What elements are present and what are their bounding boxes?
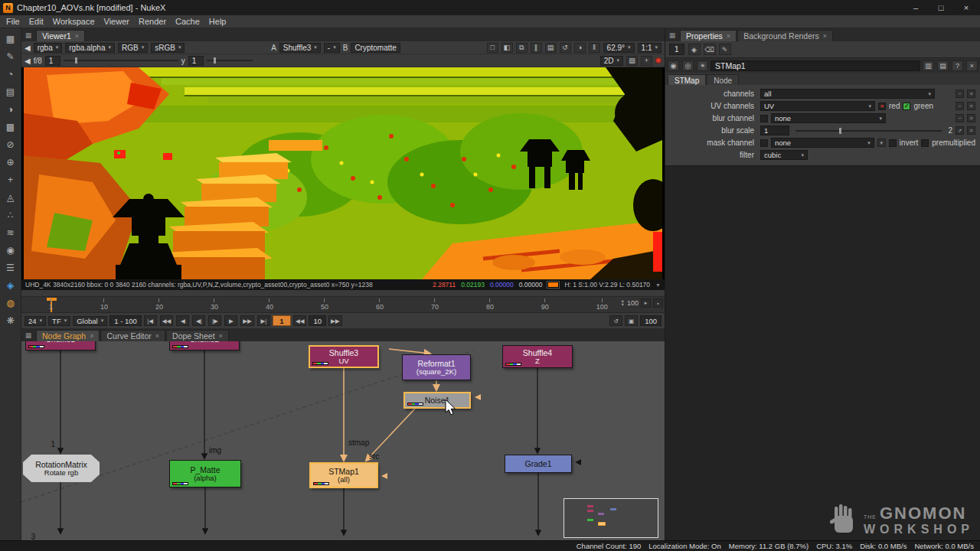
range-lock-button[interactable]: ▣ <box>625 315 638 326</box>
image-node-icon[interactable]: ▦ <box>2 31 19 47</box>
other-node-icon[interactable]: ❋ <box>2 312 19 328</box>
gamma-value[interactable]: 1 <box>188 56 204 66</box>
uv-green-checkbox[interactable]: ✓ <box>903 103 910 110</box>
tab-background-renders[interactable]: Background Renders × <box>737 30 833 41</box>
node-rotationmatrix[interactable]: RotationMatrix Rotate rgb <box>23 455 100 482</box>
wipe-mode-select[interactable]: -▾ <box>324 43 340 53</box>
toolsets-icon[interactable]: ◈ <box>2 277 19 293</box>
frame-range-field[interactable]: 1 - 100 <box>109 315 142 326</box>
row-option-icon[interactable]: − <box>956 102 964 110</box>
postage-stamp-icon[interactable]: ☀ <box>697 60 708 71</box>
menu-item[interactable]: Workspace <box>48 16 100 27</box>
center-node-icon[interactable]: ▥ <box>923 60 934 71</box>
row-menu-icon[interactable]: ≡ <box>967 90 975 98</box>
panel-count-field[interactable]: 1 <box>669 44 684 55</box>
pin-panel-icon[interactable]: ◈ <box>688 44 701 55</box>
pane-menu-icon[interactable]: ▦ <box>23 30 34 40</box>
menu-item[interactable]: Render <box>134 16 171 27</box>
mask-from-icon[interactable]: ▾ <box>877 139 886 147</box>
tab-node-graph[interactable]: Node Graph × <box>36 330 100 341</box>
particles-node-icon[interactable]: ∴ <box>2 207 19 223</box>
node-shuffle2[interactable]: Shuffle2 <box>169 341 240 350</box>
roi-indicator-icon[interactable] <box>655 57 662 64</box>
gamma-slider[interactable] <box>207 60 253 61</box>
node-reformat1[interactable]: Reformat1 (square_2K) <box>402 354 471 380</box>
close-icon[interactable]: × <box>823 33 827 40</box>
deep-node-icon[interactable]: ≋ <box>2 224 19 240</box>
minimize-button[interactable]: – <box>905 1 926 15</box>
menu-item[interactable]: File <box>2 16 24 27</box>
node-pmatte[interactable]: P_Matte (alpha) <box>169 460 241 487</box>
split-view-icon[interactable]: ◧ <box>501 43 513 53</box>
row-menu-icon[interactable]: ≡ <box>967 102 975 110</box>
goto-start-button[interactable]: |◀ <box>144 315 157 326</box>
channel-node-icon[interactable]: ▤ <box>2 83 19 99</box>
sample-crosshair-icon[interactable]: + <box>641 56 652 66</box>
play-backward-button[interactable]: ◀ <box>176 315 189 326</box>
channels-select[interactable]: all▾ <box>760 89 935 99</box>
loop-mode-button[interactable]: ↺ <box>609 315 622 326</box>
3d-node-icon[interactable]: ◬ <box>2 189 19 205</box>
frame-increment-field[interactable]: 10 <box>309 315 326 326</box>
decrement-button[interactable]: ◀◀ <box>293 315 307 326</box>
range-end-field[interactable]: 100 <box>640 315 662 326</box>
sync-icon[interactable]: ◍ <box>2 295 19 311</box>
pause-render-icon[interactable]: ◑ <box>574 43 586 53</box>
blur-scale-slider[interactable] <box>795 130 942 132</box>
close-panel-icon[interactable]: × <box>966 60 978 71</box>
close-icon[interactable]: × <box>75 33 79 40</box>
edit-panels-icon[interactable]: ✎ <box>719 44 731 55</box>
invert-checkbox[interactable] <box>889 139 897 147</box>
mask-channel-checkbox[interactable] <box>760 139 768 147</box>
node-shuffle4[interactable]: Shuffle4 Z <box>502 345 573 368</box>
node-color-icon[interactable]: ◉ <box>668 60 679 71</box>
zoom-select[interactable]: 1:1▾ <box>638 43 662 53</box>
row-option-icon[interactable]: − <box>956 90 964 98</box>
range-end-value[interactable]: 100 <box>627 299 639 307</box>
menu-item[interactable]: Edit <box>24 16 48 27</box>
view-angle-select[interactable]: 62.9°▾ <box>603 43 635 53</box>
channel-mask-icon[interactable]: ◎ <box>682 60 694 71</box>
float-panel-icon[interactable]: ▤ <box>937 60 949 71</box>
filter-node-icon[interactable]: ▩ <box>2 119 19 135</box>
tab-properties[interactable]: Properties × <box>680 30 737 41</box>
flipbook-play-icon[interactable]: ▸ <box>641 298 651 308</box>
pane-menu-icon[interactable]: ▦ <box>667 30 678 40</box>
mask-channel-select[interactable]: none▾ <box>771 138 874 148</box>
prev-layer-icon[interactable]: ◀ <box>24 44 31 52</box>
display-channel-select[interactable]: RGB▾ <box>118 43 148 53</box>
viewer-viewport[interactable] <box>21 67 665 279</box>
node-stmap1[interactable]: STMap1 (all) <box>309 462 378 488</box>
animation-menu-icon[interactable]: ↗ <box>956 126 964 135</box>
step-back-button[interactable]: ◀| <box>192 315 205 326</box>
gain-slider[interactable] <box>64 60 178 61</box>
dimension-mode-select[interactable]: 2D▾ <box>600 56 623 66</box>
merge-node-icon[interactable]: ⊕ <box>2 154 19 170</box>
tab-stmap[interactable]: STMap <box>668 74 706 85</box>
node-grade1[interactable]: Grade1 <box>505 455 572 473</box>
timeline-ruler[interactable]: 1102030405060708090100 ▲▼ 100 ▸ ▪ <box>21 296 665 313</box>
menu-item[interactable]: Viewer <box>100 16 134 27</box>
current-frame-field[interactable]: 1 <box>273 315 291 326</box>
increment-button[interactable]: ▶▶ <box>328 315 342 326</box>
proxy-toggle-icon[interactable]: □ <box>487 43 498 53</box>
alpha-select[interactable]: rgba.alpha▾ <box>65 43 115 53</box>
keyer-node-icon[interactable]: ⊘ <box>2 136 19 152</box>
transform-node-icon[interactable]: + <box>2 171 19 187</box>
prev-increment-button[interactable]: ◀◀ <box>160 315 174 326</box>
close-button[interactable]: × <box>956 1 977 15</box>
fps-select[interactable]: 24▾ <box>24 316 46 326</box>
timeline-filter-select[interactable]: TF▾ <box>48 316 70 326</box>
overlay-toggle-icon[interactable]: ⧉ <box>516 43 528 53</box>
views-node-icon[interactable]: ◉ <box>2 242 19 258</box>
chevron-down-icon[interactable]: ▼ <box>655 282 661 288</box>
uv-channels-select[interactable]: UV▾ <box>760 101 875 111</box>
time-node-icon[interactable]: ◔ <box>2 66 19 82</box>
pause-icon[interactable]: ‖ <box>589 43 600 53</box>
wipe-icon[interactable]: ∥ <box>531 43 542 53</box>
clear-panels-icon[interactable]: ⌫ <box>704 44 716 55</box>
tab-node[interactable]: Node <box>707 74 739 85</box>
node-graph-canvas[interactable]: 1 img stmap src 3 Shuffle1 Shuffle2 <box>21 341 665 540</box>
premultiplied-checkbox[interactable] <box>921 139 929 147</box>
blur-scale-field[interactable]: 1 <box>760 126 789 135</box>
